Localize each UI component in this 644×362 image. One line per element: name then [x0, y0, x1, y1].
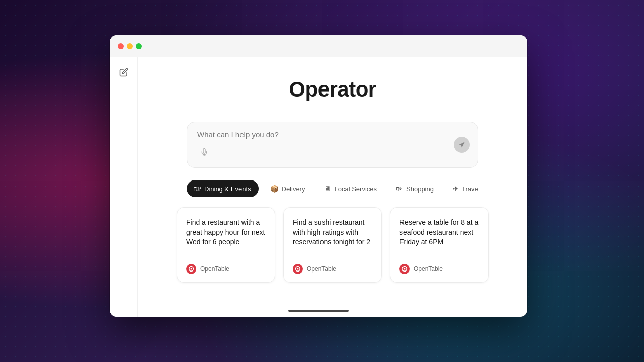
local-services-icon: 🖥: [324, 185, 331, 193]
svg-rect-7: [404, 268, 406, 270]
tab-travel-label: Travel: [462, 185, 478, 193]
app-title: Operator: [289, 77, 376, 102]
opentable-logo-1: [186, 264, 196, 274]
minimize-button[interactable]: [127, 43, 133, 49]
search-bottom-row: [197, 145, 468, 159]
browser-window: Operator: [110, 35, 527, 317]
card-2-text: Find a sushi restaurant with high rating…: [293, 218, 372, 247]
card-3-footer: OpenTable: [399, 264, 479, 274]
travel-icon: ✈: [453, 185, 459, 193]
dining-icon: 🍽: [194, 185, 201, 193]
card-2[interactable]: Find a sushi restaurant with high rating…: [283, 207, 382, 283]
category-tabs: 🍽 Dining & Events 📦 Delivery 🖥 Local Ser…: [187, 180, 478, 197]
delivery-icon: 📦: [270, 185, 279, 193]
card-2-footer: OpenTable: [293, 264, 372, 274]
send-button[interactable]: [454, 137, 470, 153]
card-1-footer: OpenTable: [186, 264, 266, 274]
opentable-logo-3: [399, 264, 410, 274]
svg-rect-3: [191, 268, 192, 270]
tab-dining-events[interactable]: 🍽 Dining & Events: [187, 180, 259, 197]
card-1-provider: OpenTable: [200, 265, 229, 273]
sidebar: [110, 57, 138, 317]
card-3[interactable]: Reserve a table for 8 at a seafood resta…: [390, 207, 489, 283]
close-button[interactable]: [118, 43, 124, 49]
opentable-logo-2: [293, 264, 303, 274]
shopping-icon: 🛍: [396, 185, 403, 193]
tab-shopping[interactable]: 🛍 Shopping: [388, 180, 441, 197]
svg-rect-5: [297, 268, 299, 270]
maximize-button[interactable]: [136, 43, 142, 49]
card-3-provider: OpenTable: [414, 265, 443, 273]
tab-dining-label: Dining & Events: [204, 185, 251, 193]
search-input[interactable]: [197, 130, 468, 139]
tab-local-services[interactable]: 🖥 Local Services: [316, 180, 384, 197]
tab-delivery-label: Delivery: [282, 185, 305, 193]
tab-delivery[interactable]: 📦 Delivery: [263, 180, 313, 197]
card-3-text: Reserve a table for 8 at a seafood resta…: [399, 218, 479, 247]
home-indicator: [288, 310, 349, 312]
tab-local-label: Local Services: [334, 185, 377, 193]
app-container: Operator: [110, 57, 527, 317]
new-chat-button[interactable]: [117, 65, 131, 79]
tab-shopping-label: Shopping: [406, 185, 434, 193]
browser-chrome: [110, 35, 527, 57]
card-1[interactable]: Find a restaurant with a great happy hou…: [177, 207, 275, 283]
main-content: Operator: [138, 57, 527, 317]
mic-icon[interactable]: [197, 145, 211, 159]
traffic-lights: [118, 43, 142, 49]
cards-row: Find a restaurant with a great happy hou…: [177, 207, 489, 283]
card-2-provider: OpenTable: [307, 265, 336, 273]
search-container: [187, 122, 478, 168]
card-1-text: Find a restaurant with a great happy hou…: [186, 218, 266, 247]
tab-travel[interactable]: ✈ Travel: [445, 180, 478, 197]
